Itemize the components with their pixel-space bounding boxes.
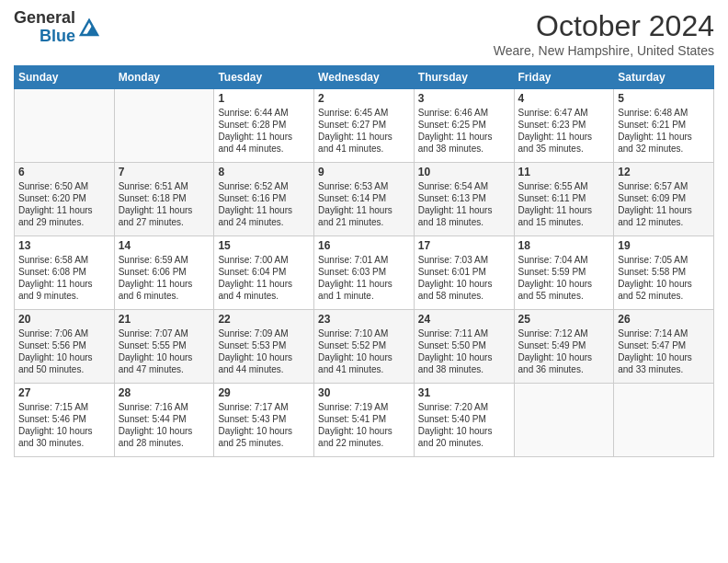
table-row: 16Sunrise: 7:01 AMSunset: 6:03 PMDayligh… (314, 236, 415, 310)
week-row-0: 1Sunrise: 6:44 AMSunset: 6:28 PMDaylight… (15, 89, 714, 163)
day-number: 29 (218, 386, 310, 399)
day-info: Sunrise: 7:07 AMSunset: 5:55 PMDaylight:… (119, 327, 210, 375)
table-row: 18Sunrise: 7:04 AMSunset: 5:59 PMDayligh… (514, 236, 614, 310)
table-row: 9Sunrise: 6:53 AMSunset: 6:14 PMDaylight… (314, 163, 415, 236)
day-info: Sunrise: 7:00 AMSunset: 6:04 PMDaylight:… (218, 254, 310, 302)
table-row (114, 89, 214, 163)
table-row: 29Sunrise: 7:17 AMSunset: 5:43 PMDayligh… (214, 384, 314, 457)
table-row: 15Sunrise: 7:00 AMSunset: 6:04 PMDayligh… (214, 236, 314, 310)
table-row: 24Sunrise: 7:11 AMSunset: 5:50 PMDayligh… (414, 310, 514, 384)
day-number: 10 (418, 166, 510, 178)
header-row: Sunday Monday Tuesday Wednesday Thursday… (15, 66, 714, 89)
table-row: 1Sunrise: 6:44 AMSunset: 6:28 PMDaylight… (214, 89, 314, 163)
table-row: 14Sunrise: 6:59 AMSunset: 6:06 PMDayligh… (114, 236, 214, 310)
col-tuesday: Tuesday (214, 66, 314, 89)
table-row: 22Sunrise: 7:09 AMSunset: 5:53 PMDayligh… (214, 310, 314, 384)
day-info: Sunrise: 6:46 AMSunset: 6:25 PMDaylight:… (418, 107, 510, 155)
day-number: 16 (318, 239, 410, 252)
week-row-2: 13Sunrise: 6:58 AMSunset: 6:08 PMDayligh… (15, 236, 714, 310)
day-number: 8 (218, 166, 310, 178)
day-info: Sunrise: 6:48 AMSunset: 6:21 PMDaylight:… (618, 107, 710, 155)
table-row: 4Sunrise: 6:47 AMSunset: 6:23 PMDaylight… (514, 89, 614, 163)
day-info: Sunrise: 6:55 AMSunset: 6:11 PMDaylight:… (518, 180, 610, 228)
day-info: Sunrise: 7:19 AMSunset: 5:41 PMDaylight:… (318, 401, 410, 449)
table-row: 23Sunrise: 7:10 AMSunset: 5:52 PMDayligh… (314, 310, 415, 384)
col-sunday: Sunday (15, 66, 115, 89)
day-number: 6 (18, 166, 110, 178)
logo-general: General (14, 9, 75, 28)
day-info: Sunrise: 6:57 AMSunset: 6:09 PMDaylight:… (618, 180, 710, 228)
col-wednesday: Wednesday (314, 66, 415, 89)
day-info: Sunrise: 6:50 AMSunset: 6:20 PMDaylight:… (18, 180, 110, 228)
table-row: 10Sunrise: 6:54 AMSunset: 6:13 PMDayligh… (414, 163, 514, 236)
logo-blue: Blue (40, 28, 75, 46)
table-row: 31Sunrise: 7:20 AMSunset: 5:40 PMDayligh… (414, 384, 514, 457)
table-row: 6Sunrise: 6:50 AMSunset: 6:20 PMDaylight… (15, 163, 115, 236)
table-row (15, 89, 115, 163)
month-title: October 2024 (494, 9, 714, 43)
day-number: 14 (119, 239, 210, 252)
table-row: 3Sunrise: 6:46 AMSunset: 6:25 PMDaylight… (414, 89, 514, 163)
title-block: October 2024 Weare, New Hampshire, Unite… (494, 9, 714, 58)
day-number: 17 (418, 239, 510, 252)
calendar-table: Sunday Monday Tuesday Wednesday Thursday… (14, 65, 714, 457)
day-number: 3 (418, 92, 510, 105)
day-number: 1 (218, 92, 310, 105)
day-number: 15 (218, 239, 310, 252)
table-row: 5Sunrise: 6:48 AMSunset: 6:21 PMDaylight… (614, 89, 714, 163)
header: General Blue October 2024 Weare, New Ham… (14, 9, 714, 58)
day-info: Sunrise: 6:54 AMSunset: 6:13 PMDaylight:… (418, 180, 510, 228)
table-row: 30Sunrise: 7:19 AMSunset: 5:41 PMDayligh… (314, 384, 415, 457)
calendar-page: General Blue October 2024 Weare, New Ham… (0, 0, 728, 563)
day-number: 19 (618, 239, 710, 252)
logo: General Blue (14, 9, 99, 46)
day-number: 5 (618, 92, 710, 105)
table-row: 21Sunrise: 7:07 AMSunset: 5:55 PMDayligh… (114, 310, 214, 384)
day-number: 27 (18, 386, 110, 399)
col-friday: Friday (514, 66, 614, 89)
table-row: 27Sunrise: 7:15 AMSunset: 5:46 PMDayligh… (15, 384, 115, 457)
day-number: 20 (18, 313, 110, 326)
day-number: 26 (618, 313, 710, 326)
day-info: Sunrise: 7:14 AMSunset: 5:47 PMDaylight:… (618, 327, 710, 375)
logo-icon (79, 18, 99, 37)
table-row (614, 384, 714, 457)
table-row: 28Sunrise: 7:16 AMSunset: 5:44 PMDayligh… (114, 384, 214, 457)
week-row-1: 6Sunrise: 6:50 AMSunset: 6:20 PMDaylight… (15, 163, 714, 236)
week-row-3: 20Sunrise: 7:06 AMSunset: 5:56 PMDayligh… (15, 310, 714, 384)
day-number: 2 (318, 92, 410, 105)
day-number: 25 (518, 313, 610, 326)
day-info: Sunrise: 6:44 AMSunset: 6:28 PMDaylight:… (218, 107, 310, 155)
week-row-4: 27Sunrise: 7:15 AMSunset: 5:46 PMDayligh… (15, 384, 714, 457)
day-number: 28 (119, 386, 210, 399)
day-info: Sunrise: 7:16 AMSunset: 5:44 PMDaylight:… (119, 401, 210, 449)
day-number: 18 (518, 239, 610, 252)
day-number: 4 (518, 92, 610, 105)
day-number: 7 (119, 166, 210, 178)
day-number: 12 (618, 166, 710, 178)
day-number: 11 (518, 166, 610, 178)
col-thursday: Thursday (414, 66, 514, 89)
day-info: Sunrise: 7:09 AMSunset: 5:53 PMDaylight:… (218, 327, 310, 375)
day-info: Sunrise: 6:52 AMSunset: 6:16 PMDaylight:… (218, 180, 310, 228)
day-number: 21 (119, 313, 210, 326)
table-row: 19Sunrise: 7:05 AMSunset: 5:58 PMDayligh… (614, 236, 714, 310)
day-info: Sunrise: 7:03 AMSunset: 6:01 PMDaylight:… (418, 254, 510, 302)
day-number: 30 (318, 386, 410, 399)
day-info: Sunrise: 7:17 AMSunset: 5:43 PMDaylight:… (218, 401, 310, 449)
day-number: 24 (418, 313, 510, 326)
day-info: Sunrise: 7:06 AMSunset: 5:56 PMDaylight:… (18, 327, 110, 375)
day-info: Sunrise: 7:12 AMSunset: 5:49 PMDaylight:… (518, 327, 610, 375)
day-info: Sunrise: 6:47 AMSunset: 6:23 PMDaylight:… (518, 107, 610, 155)
table-row: 25Sunrise: 7:12 AMSunset: 5:49 PMDayligh… (514, 310, 614, 384)
table-row: 13Sunrise: 6:58 AMSunset: 6:08 PMDayligh… (15, 236, 115, 310)
day-number: 31 (418, 386, 510, 399)
table-row: 8Sunrise: 6:52 AMSunset: 6:16 PMDaylight… (214, 163, 314, 236)
table-row: 12Sunrise: 6:57 AMSunset: 6:09 PMDayligh… (614, 163, 714, 236)
table-row (514, 384, 614, 457)
day-info: Sunrise: 6:45 AMSunset: 6:27 PMDaylight:… (318, 107, 410, 155)
day-number: 22 (218, 313, 310, 326)
day-info: Sunrise: 6:51 AMSunset: 6:18 PMDaylight:… (119, 180, 210, 228)
table-row: 7Sunrise: 6:51 AMSunset: 6:18 PMDaylight… (114, 163, 214, 236)
day-info: Sunrise: 7:04 AMSunset: 5:59 PMDaylight:… (518, 254, 610, 302)
